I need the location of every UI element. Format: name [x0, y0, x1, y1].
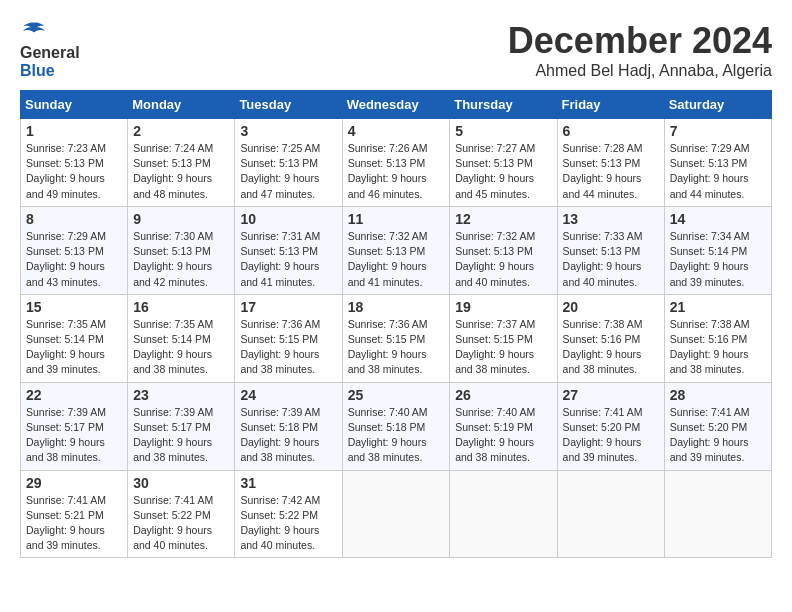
day-info: Sunrise: 7:41 AMSunset: 5:20 PMDaylight:…	[670, 405, 766, 466]
calendar-cell: 11Sunrise: 7:32 AMSunset: 5:13 PMDayligh…	[342, 206, 450, 294]
calendar-cell: 7Sunrise: 7:29 AMSunset: 5:13 PMDaylight…	[664, 119, 771, 207]
day-info: Sunrise: 7:39 AMSunset: 5:18 PMDaylight:…	[240, 405, 336, 466]
day-info: Sunrise: 7:31 AMSunset: 5:13 PMDaylight:…	[240, 229, 336, 290]
day-info: Sunrise: 7:42 AMSunset: 5:22 PMDaylight:…	[240, 493, 336, 554]
day-number: 20	[563, 299, 659, 315]
calendar-week-2: 8Sunrise: 7:29 AMSunset: 5:13 PMDaylight…	[21, 206, 772, 294]
day-number: 22	[26, 387, 122, 403]
day-info: Sunrise: 7:25 AMSunset: 5:13 PMDaylight:…	[240, 141, 336, 202]
calendar-cell: 20Sunrise: 7:38 AMSunset: 5:16 PMDayligh…	[557, 294, 664, 382]
day-info: Sunrise: 7:28 AMSunset: 5:13 PMDaylight:…	[563, 141, 659, 202]
calendar-header-monday: Monday	[128, 91, 235, 119]
day-number: 18	[348, 299, 445, 315]
day-info: Sunrise: 7:26 AMSunset: 5:13 PMDaylight:…	[348, 141, 445, 202]
day-number: 1	[26, 123, 122, 139]
calendar-header-tuesday: Tuesday	[235, 91, 342, 119]
day-number: 4	[348, 123, 445, 139]
calendar-cell: 13Sunrise: 7:33 AMSunset: 5:13 PMDayligh…	[557, 206, 664, 294]
day-info: Sunrise: 7:32 AMSunset: 5:13 PMDaylight:…	[455, 229, 551, 290]
day-number: 31	[240, 475, 336, 491]
day-info: Sunrise: 7:40 AMSunset: 5:19 PMDaylight:…	[455, 405, 551, 466]
calendar-cell: 22Sunrise: 7:39 AMSunset: 5:17 PMDayligh…	[21, 382, 128, 470]
calendar-week-3: 15Sunrise: 7:35 AMSunset: 5:14 PMDayligh…	[21, 294, 772, 382]
day-number: 7	[670, 123, 766, 139]
day-number: 25	[348, 387, 445, 403]
calendar-week-5: 29Sunrise: 7:41 AMSunset: 5:21 PMDayligh…	[21, 470, 772, 558]
day-number: 21	[670, 299, 766, 315]
calendar-header-thursday: Thursday	[450, 91, 557, 119]
day-info: Sunrise: 7:41 AMSunset: 5:22 PMDaylight:…	[133, 493, 229, 554]
calendar-cell: 23Sunrise: 7:39 AMSunset: 5:17 PMDayligh…	[128, 382, 235, 470]
day-info: Sunrise: 7:38 AMSunset: 5:16 PMDaylight:…	[670, 317, 766, 378]
day-number: 9	[133, 211, 229, 227]
calendar-cell: 8Sunrise: 7:29 AMSunset: 5:13 PMDaylight…	[21, 206, 128, 294]
calendar-cell: 9Sunrise: 7:30 AMSunset: 5:13 PMDaylight…	[128, 206, 235, 294]
day-info: Sunrise: 7:29 AMSunset: 5:13 PMDaylight:…	[670, 141, 766, 202]
day-info: Sunrise: 7:36 AMSunset: 5:15 PMDaylight:…	[348, 317, 445, 378]
calendar-cell: 15Sunrise: 7:35 AMSunset: 5:14 PMDayligh…	[21, 294, 128, 382]
calendar-header-sunday: Sunday	[21, 91, 128, 119]
month-title: December 2024	[508, 20, 772, 62]
calendar-header-row: SundayMondayTuesdayWednesdayThursdayFrid…	[21, 91, 772, 119]
day-number: 28	[670, 387, 766, 403]
logo: General Blue	[20, 20, 80, 79]
day-info: Sunrise: 7:23 AMSunset: 5:13 PMDaylight:…	[26, 141, 122, 202]
day-number: 19	[455, 299, 551, 315]
day-number: 16	[133, 299, 229, 315]
day-info: Sunrise: 7:29 AMSunset: 5:13 PMDaylight:…	[26, 229, 122, 290]
logo-general: General	[20, 44, 80, 62]
day-number: 29	[26, 475, 122, 491]
day-info: Sunrise: 7:41 AMSunset: 5:20 PMDaylight:…	[563, 405, 659, 466]
calendar-cell: 24Sunrise: 7:39 AMSunset: 5:18 PMDayligh…	[235, 382, 342, 470]
calendar-cell: 19Sunrise: 7:37 AMSunset: 5:15 PMDayligh…	[450, 294, 557, 382]
day-info: Sunrise: 7:34 AMSunset: 5:14 PMDaylight:…	[670, 229, 766, 290]
day-info: Sunrise: 7:32 AMSunset: 5:13 PMDaylight:…	[348, 229, 445, 290]
day-number: 3	[240, 123, 336, 139]
calendar-cell: 5Sunrise: 7:27 AMSunset: 5:13 PMDaylight…	[450, 119, 557, 207]
day-number: 27	[563, 387, 659, 403]
calendar-cell: 6Sunrise: 7:28 AMSunset: 5:13 PMDaylight…	[557, 119, 664, 207]
day-info: Sunrise: 7:35 AMSunset: 5:14 PMDaylight:…	[26, 317, 122, 378]
calendar-cell	[450, 470, 557, 558]
day-number: 30	[133, 475, 229, 491]
calendar-cell: 27Sunrise: 7:41 AMSunset: 5:20 PMDayligh…	[557, 382, 664, 470]
day-info: Sunrise: 7:40 AMSunset: 5:18 PMDaylight:…	[348, 405, 445, 466]
day-info: Sunrise: 7:41 AMSunset: 5:21 PMDaylight:…	[26, 493, 122, 554]
calendar-cell	[557, 470, 664, 558]
day-number: 11	[348, 211, 445, 227]
day-info: Sunrise: 7:35 AMSunset: 5:14 PMDaylight:…	[133, 317, 229, 378]
calendar-header-saturday: Saturday	[664, 91, 771, 119]
title-block: December 2024 Ahmed Bel Hadj, Annaba, Al…	[508, 20, 772, 80]
calendar-cell: 10Sunrise: 7:31 AMSunset: 5:13 PMDayligh…	[235, 206, 342, 294]
calendar-cell: 21Sunrise: 7:38 AMSunset: 5:16 PMDayligh…	[664, 294, 771, 382]
calendar-header-wednesday: Wednesday	[342, 91, 450, 119]
day-number: 13	[563, 211, 659, 227]
day-info: Sunrise: 7:37 AMSunset: 5:15 PMDaylight:…	[455, 317, 551, 378]
day-info: Sunrise: 7:30 AMSunset: 5:13 PMDaylight:…	[133, 229, 229, 290]
day-info: Sunrise: 7:39 AMSunset: 5:17 PMDaylight:…	[133, 405, 229, 466]
day-info: Sunrise: 7:39 AMSunset: 5:17 PMDaylight:…	[26, 405, 122, 466]
day-number: 24	[240, 387, 336, 403]
calendar-cell: 31Sunrise: 7:42 AMSunset: 5:22 PMDayligh…	[235, 470, 342, 558]
calendar-cell: 30Sunrise: 7:41 AMSunset: 5:22 PMDayligh…	[128, 470, 235, 558]
day-info: Sunrise: 7:36 AMSunset: 5:15 PMDaylight:…	[240, 317, 336, 378]
page-header: General Blue December 2024 Ahmed Bel Had…	[20, 20, 772, 80]
calendar-cell: 3Sunrise: 7:25 AMSunset: 5:13 PMDaylight…	[235, 119, 342, 207]
day-number: 8	[26, 211, 122, 227]
day-number: 15	[26, 299, 122, 315]
calendar-cell: 12Sunrise: 7:32 AMSunset: 5:13 PMDayligh…	[450, 206, 557, 294]
location-subtitle: Ahmed Bel Hadj, Annaba, Algeria	[508, 62, 772, 80]
calendar-cell: 1Sunrise: 7:23 AMSunset: 5:13 PMDaylight…	[21, 119, 128, 207]
calendar-header-friday: Friday	[557, 91, 664, 119]
calendar-cell: 17Sunrise: 7:36 AMSunset: 5:15 PMDayligh…	[235, 294, 342, 382]
day-number: 2	[133, 123, 229, 139]
day-number: 12	[455, 211, 551, 227]
calendar-cell: 14Sunrise: 7:34 AMSunset: 5:14 PMDayligh…	[664, 206, 771, 294]
day-info: Sunrise: 7:33 AMSunset: 5:13 PMDaylight:…	[563, 229, 659, 290]
calendar-cell	[342, 470, 450, 558]
calendar-cell: 16Sunrise: 7:35 AMSunset: 5:14 PMDayligh…	[128, 294, 235, 382]
calendar-cell: 29Sunrise: 7:41 AMSunset: 5:21 PMDayligh…	[21, 470, 128, 558]
calendar-cell: 28Sunrise: 7:41 AMSunset: 5:20 PMDayligh…	[664, 382, 771, 470]
calendar-cell: 25Sunrise: 7:40 AMSunset: 5:18 PMDayligh…	[342, 382, 450, 470]
calendar-week-1: 1Sunrise: 7:23 AMSunset: 5:13 PMDaylight…	[21, 119, 772, 207]
